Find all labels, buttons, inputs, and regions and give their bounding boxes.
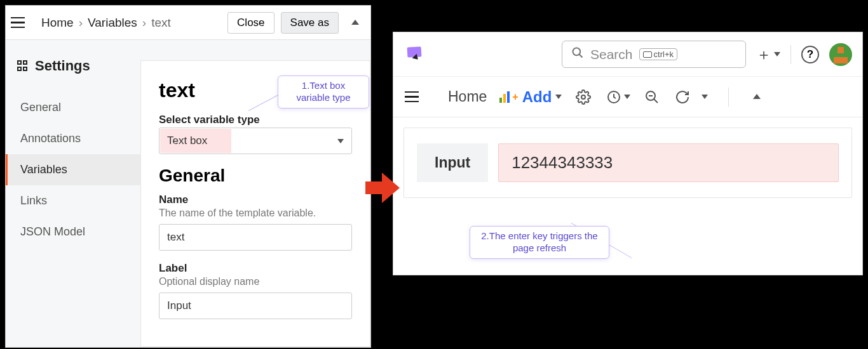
svg-line-1 (580, 55, 583, 58)
field-label: Label Optional display name (159, 262, 352, 319)
topbar: Home › Variables › text Close Save as (6, 6, 370, 40)
settings-button[interactable] (574, 88, 592, 106)
settings-title: Settings (6, 58, 140, 92)
variable-type-select[interactable]: Text box (159, 128, 352, 154)
refresh-button[interactable] (674, 88, 708, 106)
breadcrumb-current: text (151, 16, 171, 30)
user-avatar[interactable] (829, 43, 852, 66)
dashboard-window: Search ctrl+k ＋ ? Home + Add (393, 32, 863, 275)
variable-type-value: Text box (167, 135, 207, 147)
name-help: The name of the template variable. (159, 207, 352, 219)
field-name: Name The name of the template variable. (159, 194, 352, 251)
dashboard-body: Input (403, 128, 852, 198)
settings-title-text: Settings (35, 58, 90, 74)
chevron-down-icon (702, 95, 708, 99)
general-section-heading: General (159, 166, 352, 186)
name-label: Name (159, 194, 352, 206)
variable-editor-window: Home › Variables › text Close Save as Se… (5, 5, 371, 348)
menu-icon[interactable] (405, 88, 424, 107)
breadcrumb-sep: › (79, 16, 83, 30)
breadcrumb-sep: › (142, 16, 146, 30)
breadcrumb-home[interactable]: Home (448, 88, 487, 105)
breadcrumb-home[interactable]: Home (41, 16, 74, 30)
chevron-down-icon (774, 52, 780, 56)
menu-icon[interactable] (11, 13, 30, 32)
chevron-down-icon (555, 95, 562, 99)
shortcut-hint: ctrl+k (639, 48, 677, 60)
sidebar-item-variables[interactable]: Variables (6, 154, 140, 185)
save-as-button[interactable]: Save as (281, 12, 339, 34)
zoom-out-button[interactable] (643, 88, 661, 106)
settings-sidebar: Settings General Annotations Variables L… (6, 40, 140, 347)
close-button[interactable]: Close (227, 12, 274, 34)
label-label: Label (159, 262, 352, 275)
new-button[interactable]: ＋ (756, 44, 780, 65)
chevron-up-icon (753, 94, 761, 99)
topbar-actions: Close Save as (227, 12, 365, 34)
global-header: Search ctrl+k ＋ ? (393, 32, 862, 77)
label-input[interactable] (159, 293, 352, 319)
svg-point-0 (573, 48, 581, 56)
variable-type-label: Select variable type (159, 114, 352, 126)
collapse-toggle[interactable] (748, 88, 766, 106)
chevron-up-icon (351, 20, 359, 25)
search-icon (571, 46, 584, 62)
time-picker[interactable] (605, 88, 630, 106)
search-placeholder: Search (590, 47, 633, 62)
sidebar-item-json-model[interactable]: JSON Model (6, 216, 140, 247)
name-input[interactable] (159, 224, 352, 251)
plus-icon: + (512, 91, 518, 103)
add-panel-button[interactable]: + Add (499, 88, 562, 106)
grid-icon (17, 60, 29, 72)
settings-nav: General Annotations Variables Links JSON… (6, 92, 140, 247)
collapse-toggle[interactable] (345, 20, 365, 25)
divider (728, 88, 729, 107)
variable-row: Input (417, 143, 839, 182)
sidebar-item-annotations[interactable]: Annotations (6, 123, 140, 154)
shortcut-text: ctrl+k (654, 49, 674, 59)
keyboard-icon (643, 51, 652, 58)
chart-icon (499, 91, 510, 103)
app-logo[interactable] (403, 44, 426, 65)
svg-line-6 (654, 99, 658, 103)
variable-name-label: Input (417, 143, 488, 182)
sidebar-item-general[interactable]: General (6, 92, 140, 123)
svg-point-2 (581, 95, 585, 99)
refresh-icon (674, 88, 691, 106)
arrow-right-icon (365, 173, 400, 203)
annotation-callout-2: 2.The enter key triggers the page refres… (470, 226, 609, 259)
search-input[interactable]: Search ctrl+k (562, 41, 746, 68)
label-help: Optional display name (159, 276, 352, 287)
field-variable-type: Select variable type Text box (159, 114, 352, 154)
chevron-down-icon (624, 95, 630, 99)
variable-text-input[interactable] (498, 143, 839, 182)
divider (790, 45, 791, 64)
chevron-down-icon (337, 139, 344, 143)
breadcrumb-variables[interactable]: Variables (88, 16, 137, 30)
dashboard-toolbar: Home + Add (393, 77, 862, 117)
breadcrumb: Home › Variables › text (41, 16, 227, 30)
clock-icon (605, 88, 623, 106)
annotation-callout-1: 1.Text box variable type (278, 76, 369, 109)
sidebar-item-links[interactable]: Links (6, 185, 140, 216)
help-button[interactable]: ? (801, 46, 819, 63)
add-label: Add (522, 88, 552, 106)
